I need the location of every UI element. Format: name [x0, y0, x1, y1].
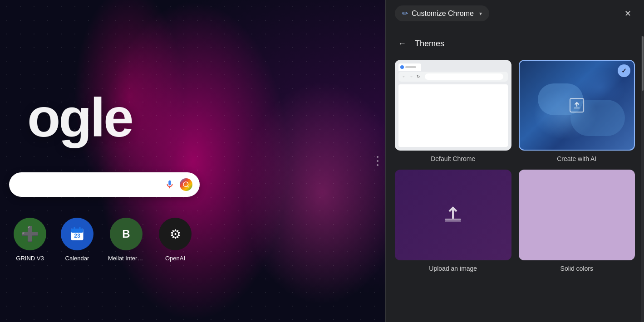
default-chrome-label: Default Chrome	[431, 155, 475, 162]
mini-omnibox	[425, 73, 503, 80]
panel-title-group[interactable]: ✏ Customize Chrome ▾	[395, 5, 489, 21]
lens-icon[interactable]	[180, 178, 192, 191]
themes-header: ← Themes	[395, 36, 635, 51]
mellat-icon: B	[110, 218, 143, 250]
back-button[interactable]: ←	[395, 36, 409, 51]
mini-refresh-btn: ↻	[416, 74, 421, 79]
theme-item-upload[interactable]: Upload an image	[395, 170, 511, 272]
mini-forward-btn: →	[408, 74, 414, 79]
google-logo: ogle	[27, 86, 132, 149]
shortcut-calendar[interactable]: 23 Calendar	[61, 218, 93, 262]
panel-header: ✏ Customize Chrome ▾ ✕	[386, 0, 644, 27]
search-input[interactable]	[16, 181, 160, 189]
themes-title: Themes	[415, 39, 444, 49]
upload-label: Upload an image	[429, 265, 477, 272]
shortcuts: ➕ GRIND V3 23 Calendar B Mellat Intern..…	[0, 218, 205, 262]
svg-rect-9	[445, 219, 461, 220]
ai-upload-icon	[567, 95, 587, 115]
drag-dot-1	[377, 156, 379, 158]
calendar-icon: 23	[61, 218, 93, 250]
close-button[interactable]: ✕	[620, 6, 635, 21]
ai-theme-label: Create with AI	[557, 155, 596, 162]
theme-item-solid[interactable]: Solid colors	[519, 170, 635, 272]
selected-check: ✓	[618, 64, 630, 77]
solid-colors-card	[519, 170, 635, 260]
default-chrome-card: ← → ↻	[395, 60, 511, 151]
themes-grid: ← → ↻ Default Chrome	[395, 60, 635, 272]
panel-scrollbar[interactable]	[641, 36, 644, 322]
drag-handle[interactable]	[377, 156, 379, 166]
drag-dot-2	[377, 160, 379, 162]
ai-theme-card: ✓	[519, 60, 635, 151]
mini-tab	[398, 63, 421, 71]
mini-browser-bar: ← → ↻	[398, 72, 508, 82]
calendar-label: Calendar	[65, 255, 89, 262]
theme-item-ai[interactable]: ✓ Create with AI	[519, 60, 635, 162]
drag-dot-3	[377, 164, 379, 166]
mellat-label: Mellat Intern...	[108, 255, 144, 262]
svg-point-0	[183, 182, 188, 187]
svg-rect-10	[445, 220, 461, 222]
upload-card	[395, 170, 511, 260]
mini-back-btn: ←	[401, 74, 407, 79]
mic-icon[interactable]	[163, 178, 176, 191]
svg-text:23: 23	[74, 233, 80, 239]
grind-icon: ➕	[14, 218, 46, 250]
grind-label: GRIND V3	[16, 255, 44, 262]
dropdown-arrow-icon: ▾	[479, 10, 482, 17]
mini-tab-icon	[400, 65, 404, 69]
solid-colors-label: Solid colors	[560, 265, 593, 272]
customize-panel: ✏ Customize Chrome ▾ ✕ ← Themes ←	[385, 0, 644, 322]
shortcut-mellat[interactable]: B Mellat Intern...	[108, 218, 144, 262]
shortcut-grind[interactable]: ➕ GRIND V3	[14, 218, 46, 262]
panel-scrollbar-thumb	[642, 36, 644, 91]
panel-content: ← Themes ← → ↻	[386, 27, 644, 322]
shortcut-openai[interactable]: ⚙ OpenAI	[159, 218, 192, 262]
openai-label: OpenAI	[165, 255, 185, 262]
openai-icon: ⚙	[159, 218, 192, 250]
svg-line-1	[187, 186, 189, 187]
pencil-icon: ✏	[402, 9, 408, 18]
theme-item-default[interactable]: ← → ↻ Default Chrome	[395, 60, 511, 162]
upload-icon-wrap	[442, 204, 464, 226]
search-bar	[9, 172, 200, 197]
mini-tab-text	[405, 66, 416, 68]
panel-title: Customize Chrome	[412, 10, 474, 18]
mini-browser-content	[398, 84, 508, 147]
